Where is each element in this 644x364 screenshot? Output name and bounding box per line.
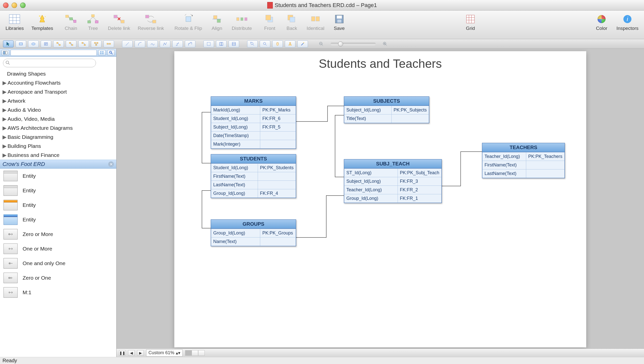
snap-tool-1[interactable] [203,40,214,47]
category-item[interactable]: ▶Business and Finance [0,151,116,160]
category-item[interactable]: ▶Audio & Video [0,105,116,114]
inspectors-button[interactable]: i Inspectors [615,13,640,32]
library-search-input[interactable] [3,59,96,67]
line-tool-3[interactable] [147,40,158,47]
save-button[interactable]: Save [331,13,348,32]
zoom-tool[interactable] [260,40,270,47]
category-item[interactable]: ▶AWS Architecture Diagrams [0,124,116,133]
entity-row[interactable]: Group_Id(Long)PK:PK_Groups [211,229,296,237]
entity-row[interactable]: Group_Id(Long)FK:FR_4 [211,189,296,198]
view-mode-3[interactable] [198,350,205,356]
page-next[interactable]: ▶ [137,350,144,356]
chain-button[interactable]: Chain [62,13,80,32]
entity-row[interactable]: MarkId(Long)PK:PK_Marks [211,106,296,114]
snap-tool-3[interactable] [229,40,239,47]
category-item[interactable]: ▶Audio, Video, Media [0,114,116,124]
close-window-icon[interactable] [3,3,9,8]
tree-button[interactable]: Tree [84,13,102,32]
shape-item[interactable]: Entity [0,198,116,212]
entity-row[interactable]: Subject_Id(Long)FK:FR_3 [344,177,442,186]
entity-row[interactable]: Student_Id(Long)PK:PK_Students [211,164,296,172]
line-tool-1[interactable] [122,40,133,47]
delete-link-button[interactable]: Delete link [106,13,132,32]
line-tool-2[interactable] [135,40,145,47]
zoom-select[interactable]: Custom 61% ▴▾ [146,349,183,356]
entity-row[interactable]: Mark(Integer) [211,140,296,149]
category-item[interactable]: ▶Building Plans [0,142,116,151]
distribute-button[interactable]: Distribute [230,13,253,32]
canvas[interactable]: Students and Teachers [117,49,644,348]
connector-tool-5[interactable] [103,40,114,47]
identical-button[interactable]: Identical [305,13,326,32]
entity-row[interactable]: ST_Id(Long)PK:PK_Subj_Teach [344,169,442,177]
align-button[interactable]: Align [208,13,226,32]
view-mode-1[interactable] [185,350,192,356]
shape-item[interactable]: Entity [0,169,116,183]
entity-marks[interactable]: MARKS MarkId(Long)PK:PK_MarksStudent_Id(… [211,96,296,149]
shape-item[interactable]: One and only One [0,256,116,271]
entity-row[interactable]: LastName(Text) [211,181,296,189]
text-tool[interactable] [41,40,51,47]
category-item[interactable]: ▶Artwork [0,96,116,105]
zoom-thumb[interactable] [338,41,343,46]
entity-row[interactable]: Student_Id(Long)FK:FR_6 [211,114,296,123]
reverse-link-button[interactable]: Reverse link [136,13,166,32]
rect-tool[interactable] [16,40,26,47]
line-tool-6[interactable] [185,40,195,47]
shape-item[interactable]: Entity [0,212,116,227]
page-prev[interactable]: ◀ [128,350,135,356]
entity-subjects[interactable]: SUBJECTS Subject_Id(Long)PK:PK_SubjectsT… [344,96,429,123]
entity-row[interactable]: Subject_Id(Long)FK:FR_5 [211,123,296,132]
back-button[interactable]: Back [283,13,301,32]
person-tool[interactable] [285,40,295,47]
pointer-tool[interactable] [3,40,14,47]
shape-item[interactable]: Zero or More [0,227,116,241]
color-button[interactable]: Color [593,13,610,32]
entity-row[interactable]: Group_Id(Long)FK:FR_1 [344,194,442,203]
scroll-pause[interactable]: ❚❚ [119,350,126,356]
snap-tool-2[interactable] [216,40,227,47]
line-tool-4[interactable] [160,40,170,47]
close-library-icon[interactable]: ✕ [108,161,114,167]
grid-button[interactable]: Grid [462,13,479,32]
zoom-fit-tool[interactable] [247,40,258,47]
zoom-window-icon[interactable] [20,3,26,8]
entity-row[interactable]: Subject_Id(Long)PK:PK_Subjects [344,106,429,114]
zoom-slider[interactable] [331,43,376,45]
connector-tool-3[interactable] [78,40,89,47]
shape-item[interactable]: One or More [0,241,116,256]
entity-students[interactable]: STUDENTS Student_Id(Long)PK:PK_StudentsF… [211,154,296,198]
connector-tool-1[interactable] [53,40,64,47]
shape-item[interactable]: Entity [0,183,116,198]
entity-row[interactable]: Teacher_Id(Long)FK:FR_2 [344,186,442,194]
category-item[interactable]: ▶Accounting Flowcharts [0,78,116,87]
sidebar-grid-view[interactable] [98,50,106,55]
entity-row[interactable]: Name(Text) [211,237,296,246]
category-item[interactable]: ▶Basic Diagramming [0,133,116,142]
connector-tool-2[interactable] [66,40,76,47]
entity-row[interactable]: FirstName(Text) [211,172,296,181]
entity-row[interactable]: FirstName(Text) [482,161,565,169]
templates-button[interactable]: Templates [30,13,55,32]
sidebar-filter-box[interactable] [11,50,97,56]
connector-tool-4[interactable] [91,40,101,47]
sidebar-search-button[interactable] [107,50,115,55]
wand-tool[interactable] [297,40,308,47]
entity-subjteach[interactable]: SUBJ_TEACH ST_Id(Long)PK:PK_Subj_TeachSu… [344,159,442,203]
hand-tool[interactable] [272,40,283,47]
ellipse-tool[interactable] [28,40,39,47]
minimize-window-icon[interactable] [12,3,17,8]
shape-item[interactable]: M:1 [0,285,116,300]
zoom-out-button[interactable] [316,40,327,47]
sidebar-view-toggle[interactable] [2,50,9,55]
entity-row[interactable]: Date(TimeStamp) [211,132,296,140]
line-tool-5[interactable] [172,40,183,47]
entity-row[interactable]: Title(Text) [344,114,429,123]
entity-row[interactable]: Teacher_Id(Long)PK:PK_Teachers [482,152,565,161]
zoom-in-button[interactable] [380,40,390,47]
shape-item[interactable]: Zero or One [0,271,116,285]
entity-teachers[interactable]: TEACHERS Teacher_Id(Long)PK:PK_TeachersF… [482,143,565,178]
category-item[interactable]: ▶Aerospace and Transport [0,87,116,96]
view-mode-2[interactable] [192,350,198,356]
entity-groups[interactable]: GROUPS Group_Id(Long)PK:PK_GroupsName(Te… [211,219,296,246]
